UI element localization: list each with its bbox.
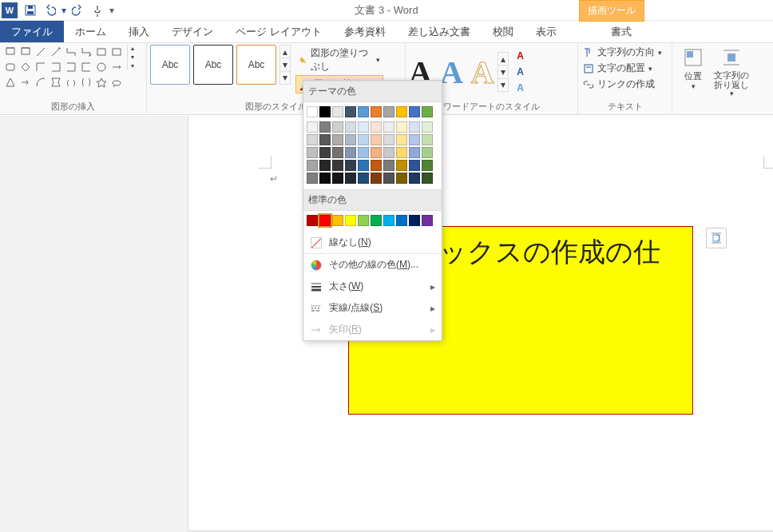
tab-home[interactable]: ホーム: [64, 21, 117, 42]
color-swatch[interactable]: [371, 173, 382, 184]
color-swatch[interactable]: [371, 147, 382, 158]
position-button[interactable]: 位置▾: [676, 45, 711, 90]
save-button[interactable]: [21, 1, 40, 20]
color-swatch[interactable]: [422, 147, 433, 158]
color-swatch[interactable]: [409, 215, 420, 226]
color-swatch[interactable]: [396, 160, 407, 171]
shapes-gallery[interactable]: [3, 45, 124, 89]
color-swatch[interactable]: [332, 215, 343, 226]
tab-format[interactable]: 書式: [600, 21, 643, 42]
outline-weight-item[interactable]: 太さ(W) ▸: [303, 276, 442, 297]
undo-button[interactable]: [40, 1, 59, 20]
wordart-style-2[interactable]: A: [440, 54, 463, 91]
color-swatch[interactable]: [358, 106, 369, 117]
tab-layout[interactable]: ページ レイアウト: [224, 21, 333, 42]
color-swatch[interactable]: [319, 160, 331, 171]
color-swatch[interactable]: [422, 173, 433, 184]
color-swatch[interactable]: [307, 106, 318, 117]
color-swatch[interactable]: [396, 147, 407, 158]
color-swatch[interactable]: [383, 134, 394, 145]
undo-dropdown[interactable]: ▾: [59, 1, 69, 20]
color-swatch[interactable]: [383, 173, 394, 184]
color-swatch[interactable]: [345, 121, 356, 133]
create-link-button[interactable]: リンクの作成: [581, 77, 656, 92]
color-swatch[interactable]: [332, 121, 343, 133]
color-swatch[interactable]: [396, 121, 407, 133]
color-swatch[interactable]: [345, 160, 356, 171]
color-swatch[interactable]: [422, 106, 433, 117]
shape-style-more[interactable]: ▴▾▾: [279, 45, 291, 85]
color-swatch[interactable]: [319, 134, 331, 145]
text-direction-button[interactable]: 文字列の方向▾: [581, 45, 664, 60]
color-swatch[interactable]: [345, 173, 356, 184]
color-swatch[interactable]: [409, 121, 420, 133]
color-swatch[interactable]: [332, 147, 343, 158]
shape-style-3[interactable]: Abc: [236, 45, 276, 85]
color-swatch[interactable]: [345, 147, 356, 158]
outline-dashes-item[interactable]: 実線/点線(S) ▸: [303, 297, 442, 319]
align-text-button[interactable]: 文字の配置▾: [581, 61, 654, 76]
color-swatch[interactable]: [319, 147, 331, 158]
color-swatch[interactable]: [345, 215, 356, 226]
color-swatch[interactable]: [319, 215, 331, 226]
color-swatch[interactable]: [371, 134, 382, 145]
color-swatch[interactable]: [371, 215, 382, 226]
tab-view[interactable]: 表示: [525, 21, 568, 42]
tab-review[interactable]: 校閲: [482, 21, 525, 42]
color-swatch[interactable]: [383, 160, 394, 171]
color-swatch[interactable]: [396, 173, 407, 184]
color-swatch[interactable]: [383, 106, 394, 117]
text-fill-button[interactable]: A: [513, 49, 528, 63]
color-swatch[interactable]: [345, 106, 356, 117]
color-swatch[interactable]: [358, 215, 369, 226]
color-swatch[interactable]: [332, 106, 343, 117]
color-swatch[interactable]: [358, 121, 369, 133]
color-swatch[interactable]: [371, 106, 382, 117]
color-swatch[interactable]: [332, 173, 343, 184]
color-swatch[interactable]: [409, 160, 420, 171]
color-swatch[interactable]: [332, 134, 343, 145]
shape-style-1[interactable]: Abc: [150, 45, 190, 85]
color-swatch[interactable]: [383, 121, 394, 133]
color-swatch[interactable]: [422, 215, 433, 226]
color-swatch[interactable]: [409, 147, 420, 158]
redo-button[interactable]: [69, 1, 88, 20]
color-swatch[interactable]: [383, 147, 394, 158]
wordart-style-more[interactable]: ▴▾▾: [497, 52, 509, 92]
text-outline-button[interactable]: A: [513, 65, 528, 79]
color-swatch[interactable]: [358, 173, 369, 184]
wordart-style-3[interactable]: A: [471, 54, 494, 91]
no-outline-item[interactable]: 線なし(N): [303, 232, 442, 253]
color-swatch[interactable]: [409, 106, 420, 117]
color-swatch[interactable]: [371, 121, 382, 133]
color-swatch[interactable]: [307, 160, 318, 171]
qat-customize[interactable]: ▾: [107, 1, 117, 20]
color-swatch[interactable]: [396, 106, 407, 117]
color-swatch[interactable]: [307, 215, 318, 226]
shape-fill-button[interactable]: 図形の塗りつぶし▾: [295, 45, 383, 75]
color-swatch[interactable]: [422, 121, 433, 133]
wrap-text-button[interactable]: 文字列の 折り返し▾: [714, 45, 749, 97]
color-swatch[interactable]: [345, 134, 356, 145]
color-swatch[interactable]: [371, 160, 382, 171]
color-swatch[interactable]: [409, 134, 420, 145]
tab-mailings[interactable]: 差し込み文書: [397, 21, 482, 42]
color-swatch[interactable]: [358, 147, 369, 158]
color-swatch[interactable]: [396, 134, 407, 145]
tab-insert[interactable]: 挿入: [117, 21, 161, 42]
color-swatch[interactable]: [307, 121, 318, 133]
color-swatch[interactable]: [409, 173, 420, 184]
shapes-gallery-more[interactable]: ▴▾▾: [127, 45, 137, 69]
layout-options-button[interactable]: [706, 228, 727, 248]
color-swatch[interactable]: [383, 215, 394, 226]
color-swatch[interactable]: [319, 173, 331, 184]
text-effects-button[interactable]: A: [513, 81, 528, 95]
color-swatch[interactable]: [422, 160, 433, 171]
tab-design[interactable]: デザイン: [161, 21, 224, 42]
color-swatch[interactable]: [307, 173, 318, 184]
touch-mode-button[interactable]: [88, 1, 107, 20]
color-swatch[interactable]: [307, 147, 318, 158]
tab-references[interactable]: 参考資料: [333, 21, 397, 42]
more-outline-colors-item[interactable]: その他の線の色(M)...: [303, 254, 442, 276]
tab-file[interactable]: ファイル: [0, 21, 64, 42]
